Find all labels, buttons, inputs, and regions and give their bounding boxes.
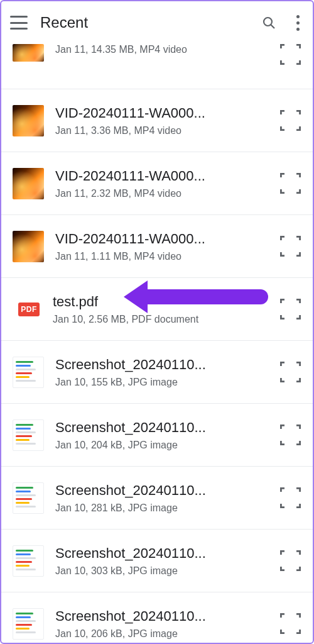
- file-name: Screenshot_20240110...: [55, 545, 237, 562]
- file-subtext: Jan 11, 1.11 MB, MP4 video: [55, 251, 269, 262]
- file-name: test.pdf: [53, 294, 235, 310]
- expand-icon[interactable]: [280, 425, 301, 446]
- app-frame: Recent Jan 11, 14.35 MB, MP4 videoVID-20…: [0, 0, 314, 644]
- expand-icon[interactable]: [280, 236, 301, 257]
- screenshot-thumbnail: [13, 357, 44, 388]
- pdf-icon: PDF: [16, 297, 41, 322]
- search-icon[interactable]: [259, 13, 279, 33]
- file-meta: VID-20240111-WA000...Jan 11, 3.36 MB, MP…: [55, 105, 269, 136]
- svg-point-0: [264, 18, 272, 26]
- file-row[interactable]: VID-20240111-WA000...Jan 11, 3.36 MB, MP…: [1, 89, 313, 152]
- file-meta: VID-20240111-WA000...Jan 11, 1.11 MB, MP…: [55, 231, 269, 262]
- expand-icon[interactable]: [280, 613, 301, 635]
- expand-icon[interactable]: [280, 550, 301, 572]
- file-meta: Screenshot_20240110...Jan 10, 204 kB, JP…: [55, 419, 269, 451]
- top-bar: Recent: [1, 1, 313, 44]
- expand-icon[interactable]: [280, 173, 301, 194]
- file-subtext: Jan 10, 303 kB, JPG image: [55, 565, 269, 577]
- file-row[interactable]: Jan 11, 14.35 MB, MP4 video: [1, 44, 313, 89]
- file-row[interactable]: Screenshot_20240110...Jan 10, 303 kB, JP…: [1, 530, 313, 592]
- more-icon[interactable]: [291, 13, 304, 33]
- page-title: Recent: [40, 14, 246, 31]
- file-subtext: Jan 10, 206 kB, JPG image: [55, 628, 269, 640]
- video-thumbnail: [13, 105, 44, 136]
- expand-icon[interactable]: [280, 44, 301, 65]
- screenshot-thumbnail: [13, 419, 44, 451]
- file-subtext: Jan 11, 14.35 MB, MP4 video: [55, 44, 269, 55]
- file-meta: Screenshot_20240110...Jan 10, 206 kB, JP…: [55, 608, 269, 640]
- file-subtext: Jan 10, 281 kB, JPG image: [55, 502, 269, 514]
- expand-icon[interactable]: [280, 110, 301, 131]
- file-row[interactable]: Screenshot_20240110...Jan 10, 281 kB, JP…: [1, 467, 313, 530]
- video-thumbnail: [13, 168, 44, 199]
- pdf-badge: PDF: [18, 303, 40, 316]
- file-name: Screenshot_20240110...: [55, 419, 237, 436]
- file-name: VID-20240111-WA000...: [55, 105, 237, 121]
- expand-icon[interactable]: [280, 299, 301, 320]
- file-meta: VID-20240111-WA000...Jan 11, 2.32 MB, MP…: [55, 168, 269, 199]
- screenshot-thumbnail: [13, 545, 44, 577]
- file-subtext: Jan 10, 2.56 MB, PDF document: [53, 314, 269, 325]
- file-row[interactable]: VID-20240111-WA000...Jan 11, 1.11 MB, MP…: [1, 215, 313, 278]
- file-name: Screenshot_20240110...: [55, 357, 237, 373]
- file-name: Screenshot_20240110...: [55, 482, 237, 499]
- file-row[interactable]: Screenshot_20240110...Jan 10, 155 kB, JP…: [1, 341, 313, 404]
- file-name: Screenshot_20240110...: [55, 608, 237, 625]
- screenshot-thumbnail: [13, 482, 44, 514]
- file-row[interactable]: PDFtest.pdfJan 10, 2.56 MB, PDF document: [1, 278, 313, 341]
- video-thumbnail: [13, 44, 44, 62]
- file-subtext: Jan 11, 2.32 MB, MP4 video: [55, 188, 269, 199]
- file-row[interactable]: VID-20240111-WA000...Jan 11, 2.32 MB, MP…: [1, 152, 313, 215]
- expand-icon[interactable]: [280, 362, 301, 383]
- file-meta: test.pdfJan 10, 2.56 MB, PDF document: [53, 294, 269, 325]
- menu-icon[interactable]: [10, 16, 28, 30]
- file-meta: Screenshot_20240110...Jan 10, 155 kB, JP…: [55, 357, 269, 388]
- file-list: Jan 11, 14.35 MB, MP4 videoVID-20240111-…: [1, 44, 313, 643]
- file-row[interactable]: Screenshot_20240110...Jan 10, 206 kB, JP…: [1, 592, 313, 643]
- file-name: VID-20240111-WA000...: [55, 168, 237, 184]
- file-meta: Screenshot_20240110...Jan 10, 281 kB, JP…: [55, 482, 269, 514]
- video-thumbnail: [13, 231, 44, 262]
- svg-line-1: [271, 25, 274, 28]
- file-meta: Jan 11, 14.35 MB, MP4 video: [55, 44, 269, 55]
- file-subtext: Jan 11, 3.36 MB, MP4 video: [55, 125, 269, 136]
- file-meta: Screenshot_20240110...Jan 10, 303 kB, JP…: [55, 545, 269, 577]
- expand-icon[interactable]: [280, 487, 301, 509]
- file-name: VID-20240111-WA000...: [55, 231, 237, 247]
- file-subtext: Jan 10, 204 kB, JPG image: [55, 440, 269, 451]
- file-subtext: Jan 10, 155 kB, JPG image: [55, 377, 269, 388]
- screenshot-thumbnail: [13, 608, 44, 640]
- file-row[interactable]: Screenshot_20240110...Jan 10, 204 kB, JP…: [1, 404, 313, 467]
